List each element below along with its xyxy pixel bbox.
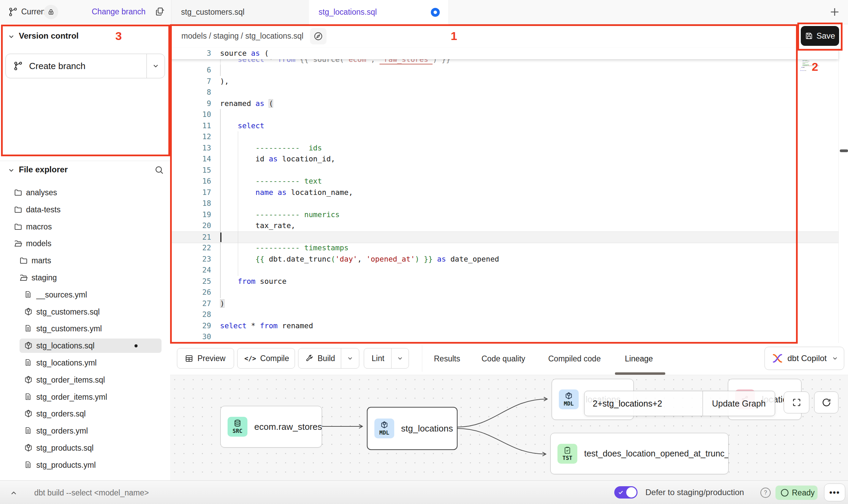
code-line-25[interactable]: 25 from source: [170, 276, 838, 287]
code-line-22[interactable]: 22 ---------- timestamps: [170, 242, 838, 254]
compile-button[interactable]: </> Compile: [237, 348, 295, 369]
create-branch-button[interactable]: Create branch: [5, 54, 165, 78]
model-icon: [24, 307, 33, 316]
code-line-8[interactable]: 8: [170, 87, 838, 98]
file-tree: analysesdata-testsmacrosmodelsmartsstagi…: [0, 185, 170, 479]
code-line-29[interactable]: 29select * from renamed: [170, 320, 838, 332]
lineage-search-input[interactable]: 2+stg_locations+2: [593, 399, 662, 409]
file-tree-item-stg-products-yml[interactable]: stg_products.yml: [0, 457, 170, 473]
lineage-node-test[interactable]: TST test_does_location_opened_at_trunc_t…: [550, 433, 729, 474]
ready-status-badge[interactable]: Ready: [775, 486, 818, 500]
file-explorer-title: File explorer: [19, 165, 68, 174]
file-tree-item-stg-customers-sql[interactable]: stg_customers.sql: [0, 304, 170, 319]
file-tree-item-data-tests[interactable]: data-tests: [0, 202, 170, 217]
change-branch-link[interactable]: Change branch: [92, 7, 145, 16]
test-badge: TST: [557, 444, 577, 464]
chevron-down-icon[interactable]: [8, 33, 15, 40]
file-tree-item-stg-orders-sql[interactable]: stg_orders.sql: [0, 406, 170, 421]
new-tab-plus-icon[interactable]: [828, 5, 841, 18]
build-button[interactable]: Build: [298, 348, 359, 369]
tab-stg-locations[interactable]: stg_locations.sql: [309, 0, 449, 24]
sticky-code-line[interactable]: 3source as (: [170, 48, 838, 59]
preview-label: Preview: [197, 354, 226, 363]
file-tree-item-analyses[interactable]: analyses: [0, 185, 170, 200]
code-line-20[interactable]: 20 tax_rate,: [170, 220, 838, 231]
refresh-icon: [821, 397, 832, 408]
code-line-7[interactable]: 7),: [170, 76, 838, 87]
code-line-26[interactable]: 26: [170, 287, 838, 298]
model-icon: [24, 375, 33, 384]
lint-label: Lint: [372, 354, 384, 363]
lint-button[interactable]: Lint: [364, 348, 409, 369]
tab-lineage[interactable]: Lineage: [625, 354, 653, 363]
code-line-19[interactable]: 19 ---------- numerics: [170, 209, 838, 221]
chevron-up-icon[interactable]: [10, 489, 18, 497]
update-graph-button[interactable]: Update Graph: [703, 391, 775, 416]
file-tree-item-macros[interactable]: macros: [0, 219, 170, 234]
explore-compass-icon[interactable]: [310, 28, 326, 44]
file-tree-item--sources-yml[interactable]: __sources.yml: [0, 287, 170, 302]
breadcrumb: models / staging / stg_locations.sql: [181, 31, 304, 41]
code-line-13[interactable]: 13 ---------- ids: [170, 143, 838, 154]
search-icon[interactable]: [154, 165, 164, 175]
lint-dropdown[interactable]: [391, 348, 409, 368]
tab-compiled-code[interactable]: Compiled code: [548, 354, 601, 363]
code-line-27[interactable]: 27): [170, 298, 838, 309]
dbt-copilot-button[interactable]: dbt Copilot: [765, 347, 844, 370]
code-line-18[interactable]: 18: [170, 198, 838, 209]
build-dropdown[interactable]: [341, 348, 359, 368]
code-line-14[interactable]: 14 id as location_id,: [170, 154, 838, 165]
file-tree-item-stg-locations-sql[interactable]: stg_locations.sql: [0, 338, 170, 353]
fullscreen-button[interactable]: [784, 392, 809, 413]
file-tree-item-stg-locations-yml[interactable]: stg_locations.yml: [0, 355, 170, 370]
folder-icon: [19, 256, 28, 265]
cube-icon: [380, 421, 388, 429]
file-tree-item-marts[interactable]: marts: [0, 253, 170, 268]
help-icon[interactable]: ?: [760, 488, 771, 498]
version-control-title: Version control: [19, 31, 79, 41]
refresh-button[interactable]: [814, 392, 838, 413]
file-icon: [24, 290, 32, 299]
file-tree-item-stg-customers-yml[interactable]: stg_customers.yml: [0, 321, 170, 336]
tab-code-quality[interactable]: Code quality: [481, 354, 525, 363]
code-line-15[interactable]: 15: [170, 165, 838, 176]
create-branch-dropdown[interactable]: [146, 54, 165, 78]
command-input[interactable]: dbt build --select <model_name>: [34, 488, 149, 498]
source-badge: SRC: [228, 417, 247, 437]
save-button[interactable]: Save: [801, 26, 839, 46]
defer-toggle[interactable]: [614, 486, 638, 499]
file-tree-item-stg-orders-yml[interactable]: stg_orders.yml: [0, 423, 170, 438]
code-editor[interactable]: 3source as ( select * from {{ source('ec…: [170, 48, 838, 343]
node-label: stg_locations: [401, 423, 453, 434]
file-tree-item-stg-products-sql[interactable]: stg_products.sql: [0, 440, 170, 455]
more-options-button[interactable]: •••: [824, 483, 845, 501]
file-tree-item-models[interactable]: models: [0, 236, 170, 251]
chevron-down-icon[interactable]: [8, 167, 15, 174]
partially-scrolled-code-line[interactable]: select * from {{ source('ecom', 'raw_sto…: [170, 59, 838, 65]
file-tree-item-staging[interactable]: staging: [0, 270, 170, 285]
copy-icon[interactable]: [155, 6, 165, 17]
node-label: test_does_location_opened_at_trunc_t…: [584, 449, 729, 459]
lineage-node-stg-locations[interactable]: MDL stg_locations: [367, 407, 458, 450]
scrollbar-handle[interactable]: [840, 149, 848, 152]
file-tree-item-stg-order-items-sql[interactable]: stg_order_items.sql: [0, 372, 170, 387]
tab-results[interactable]: Results: [434, 354, 460, 363]
model-icon: [24, 409, 33, 418]
code-line-21[interactable]: 21: [170, 231, 838, 243]
code-line-9[interactable]: 9renamed as (: [170, 98, 838, 109]
preview-button[interactable]: Preview: [177, 348, 234, 369]
tab-stg-customers[interactable]: stg_customers.sql: [171, 0, 310, 24]
file-tree-item-stg-order-items-yml[interactable]: stg_order_items.yml: [0, 389, 170, 404]
code-line-28[interactable]: 28: [170, 309, 838, 320]
code-line-24[interactable]: 24: [170, 265, 838, 276]
code-line-16[interactable]: 16 ---------- text: [170, 176, 838, 187]
code-line-30[interactable]: 30: [170, 331, 838, 343]
lineage-node-source[interactable]: SRC ecom.raw_stores: [220, 406, 322, 448]
code-line-17[interactable]: 17 name as location_name,: [170, 187, 838, 198]
code-line-12[interactable]: 12: [170, 131, 838, 143]
wrench-icon: [305, 354, 313, 362]
code-line-23[interactable]: 23 {{ dbt.date_trunc('day', 'opened_at')…: [170, 254, 838, 265]
code-line-10[interactable]: 10: [170, 109, 838, 120]
code-line-6[interactable]: 6: [170, 65, 838, 76]
code-line-11[interactable]: 11 select: [170, 120, 838, 132]
